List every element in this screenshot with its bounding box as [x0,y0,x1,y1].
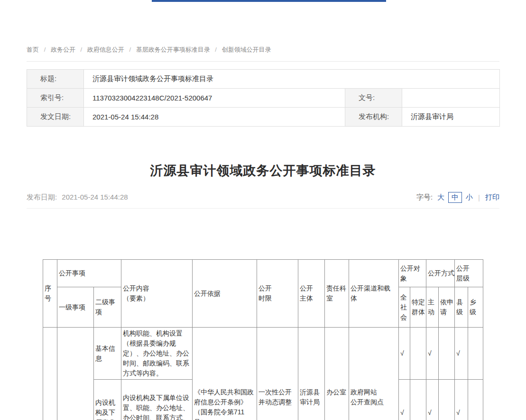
cell-check-proactive: √ [426,328,439,380]
title-value: 沂源县审计领域政务公开事项标准目录 [84,70,500,89]
th-county-level: 县 级 [455,287,468,328]
breadcrumb-separator: / [44,46,46,53]
cell-check-on-request [439,380,455,420]
info-row-date: 发文日期: 2021-05-24 15:44:28 发布机构: 沂源县审计局 [27,108,500,127]
th-on-request: 依申 请 [439,287,455,328]
th-township-level: 乡 级 [468,287,483,328]
doc-number-label: 文号: [345,89,402,108]
publish-date-value: 2021-05-24 15:44:28 [62,193,128,201]
breadcrumb-item-standard-catalog[interactable]: 基层政务公开事项标准目录 [136,46,210,53]
th-open-target: 公开对 象 [399,260,426,287]
breadcrumb-item-current: 创新领域公开目录 [222,46,271,53]
th-level1-item: 一级事项 [57,287,94,328]
cell-check-proactive: √ [426,380,439,420]
top-nav-bar-fragment [152,0,386,2]
cell-check-all-society: √ [399,380,410,420]
breadcrumb: 首页 / 政务公开 / 政府信息公开 / 基层政务公开事项标准目录 / 创新领域… [27,46,499,62]
cell-open-content: 机构职能、机构设置（根据县委编办规定）、办公地址、办公时间、邮政编码、联系方式等… [121,328,193,380]
cell-check-all-society: √ [399,328,410,380]
issue-date-label: 发文日期: [27,108,84,127]
font-size-medium-button[interactable]: 中 [448,192,462,203]
doc-number-value [402,89,500,108]
issue-date-value: 2021-05-24 15:44:28 [84,108,345,127]
page-content: 首页 / 政务公开 / 政府信息公开 / 基层政务公开事项标准目录 / 创新领域… [27,0,499,420]
cell-level2-item: 内设机构及下属事业 [94,380,121,420]
cell-check-township-level [468,380,483,420]
breadcrumb-separator: / [81,46,83,53]
agency-value: 沂源县审计局 [402,108,500,127]
th-all-society: 全 社 会 [399,287,410,328]
th-open-items: 公开事项 [57,260,121,287]
cell-check-county-level: √ [455,380,468,420]
publish-date-label: 发布日期: [27,193,57,201]
breadcrumb-item-home[interactable]: 首页 [27,46,39,53]
th-open-content: 公开内容 （要素） [121,260,193,328]
info-row-title: 标题: 沂源县审计领域政务公开事项标准目录 [27,70,500,89]
cell-check-county-level: √ [455,328,468,380]
font-size-large-button[interactable]: 大 [437,193,444,202]
th-open-level: 公开 层级 [455,260,483,287]
index-number-value: 11370323004223148C/2021-5200647 [84,89,345,108]
cell-level2-item: 基本信息 [94,328,121,380]
th-open-time-limit: 公开 时限 [257,260,298,328]
page-title: 沂源县审计领域政务公开事项标准目录 [27,162,499,180]
th-open-basis: 公开依据 [193,260,257,328]
cell-serial-number [43,328,57,420]
th-level2-item: 二级事 项 [94,287,121,328]
th-open-channel: 公开渠道和载 体 [349,260,399,328]
catalog-table-container: 序号 公开事项 公开内容 （要素） 公开依据 公开 时限 公开 主体 责任科 室… [43,259,499,420]
th-open-method: 公开方式 [426,260,455,287]
breadcrumb-separator: / [215,46,217,53]
cell-level1-item [57,328,94,420]
cell-responsible-dept: 办公室 [325,328,349,420]
tools-divider: | [478,193,480,201]
title-label: 标题: [27,70,84,89]
index-number-label: 索引号: [27,89,84,108]
document-info-table: 标题: 沂源县审计领域政务公开事项标准目录 索引号: 1137032300422… [27,69,500,127]
th-proactive: 主 动 [426,287,439,328]
agency-label: 发布机构: [345,108,402,127]
catalog-row-basic-info: 基本信息 机构职能、机构设置（根据县委编办规定）、办公地址、办公时间、邮政编码、… [43,328,483,380]
th-serial-number: 序号 [43,260,57,328]
cell-check-on-request [439,328,455,380]
print-button[interactable]: 打印 [485,193,499,202]
article-meta-row: 发布日期: 2021-05-24 15:44:28 字号: 大 中 小 | 打印 [27,192,499,209]
breadcrumb-separator: / [129,46,131,53]
th-responsible-dept: 责任科 室 [325,260,349,328]
cell-check-township-level [468,328,483,380]
cell-open-content: 内设机构及下属单位设置、职能、办公地址、办公时间、联系方式、负责人姓名 [121,380,193,420]
publish-date: 发布日期: 2021-05-24 15:44:28 [27,193,128,202]
catalog-header-row-1: 序号 公开事项 公开内容 （要素） 公开依据 公开 时限 公开 主体 责任科 室… [43,260,483,287]
info-row-index: 索引号: 11370323004223148C/2021-5200647 文号: [27,89,500,108]
th-open-subject: 公开 主体 [298,260,325,328]
cell-check-specific-group [410,380,426,420]
cell-open-basis: 《中华人民共和国政府信息公开条例》（国务院令第711号） [193,328,257,420]
cell-open-channel: 政府网站 公开查阅点 [349,328,399,420]
breadcrumb-item-gov-info-disclosure[interactable]: 政府信息公开 [87,46,124,53]
article-tools: 字号: 大 中 小 | 打印 [416,192,499,203]
breadcrumb-item-open-government[interactable]: 政务公开 [51,46,75,53]
font-size-small-button[interactable]: 小 [466,193,473,202]
cell-open-subject: 沂源县审计局 [298,328,325,420]
cell-check-specific-group [410,328,426,380]
cell-open-time-limit: 一次性公开并动态调整 [257,328,298,420]
th-specific-group: 特定 群体 [410,287,426,328]
font-size-label: 字号: [416,193,433,202]
catalog-table: 序号 公开事项 公开内容 （要素） 公开依据 公开 时限 公开 主体 责任科 室… [43,259,483,420]
